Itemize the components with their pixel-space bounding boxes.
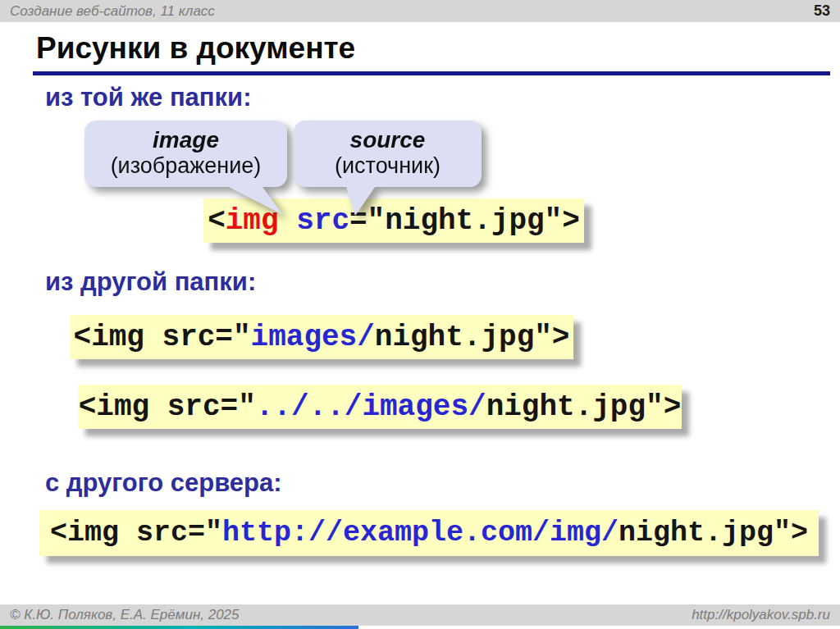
- title-underline: [33, 71, 830, 75]
- copyright-text: © К.Ю. Поляков, Е.А. Ерёмин, 2025: [10, 607, 240, 623]
- section-heading-other-server: с другого сервера:: [45, 468, 282, 498]
- slide-title: Рисунки в документе: [36, 31, 355, 66]
- callout-source-bubble: source (источник): [294, 121, 482, 187]
- code-segment-path: ../../images/: [256, 390, 486, 424]
- code-segment: <img src=": [74, 321, 251, 354]
- callout-source: source (источник): [294, 121, 482, 187]
- callout-term: image: [84, 126, 287, 153]
- code-segment: night.jpg">: [619, 517, 808, 549]
- code-segment: <img src=": [79, 390, 256, 424]
- code-snippet-parent-folder: <img src="../../images/night.jpg">: [78, 385, 682, 429]
- header-bar: Создание веб-сайтов, 11 класс 53: [0, 0, 840, 22]
- section-heading-same-folder: из той же папки:: [45, 83, 251, 112]
- course-label: Создание веб-сайтов, 11 класс: [10, 3, 215, 20]
- callout-tail-icon: [208, 181, 298, 221]
- page-number: 53: [814, 2, 830, 20]
- callout-tail-icon: [335, 181, 400, 221]
- code-snippet-remote-server: <img src="http://example.com/img/night.j…: [39, 510, 819, 556]
- callout-image: image (изображение): [84, 121, 287, 187]
- section-heading-other-folder: из другой папки:: [45, 267, 256, 297]
- callout-image-bubble: image (изображение): [84, 121, 287, 187]
- code-segment: <img src=": [50, 517, 222, 549]
- code-segment: night.jpg">: [486, 390, 682, 424]
- code-segment: night.jpg">: [375, 321, 570, 354]
- slide: Создание веб-сайтов, 11 класс 53 Рисунки…: [0, 0, 840, 629]
- footer-bar: © К.Ю. Поляков, Е.А. Ерёмин, 2025 http:/…: [0, 604, 840, 626]
- callout-translation: (изображение): [84, 153, 287, 179]
- code-segment-url: http://example.com/img/: [222, 517, 619, 549]
- website-link[interactable]: http://kpolyakov.spb.ru: [692, 607, 830, 623]
- callout-translation: (источник): [294, 153, 482, 179]
- code-snippet-subfolder: <img src="images/night.jpg">: [70, 315, 573, 359]
- callout-term: source: [294, 126, 482, 153]
- bottom-gradient-strip: [0, 626, 358, 629]
- code-segment-path: images/: [251, 321, 375, 354]
